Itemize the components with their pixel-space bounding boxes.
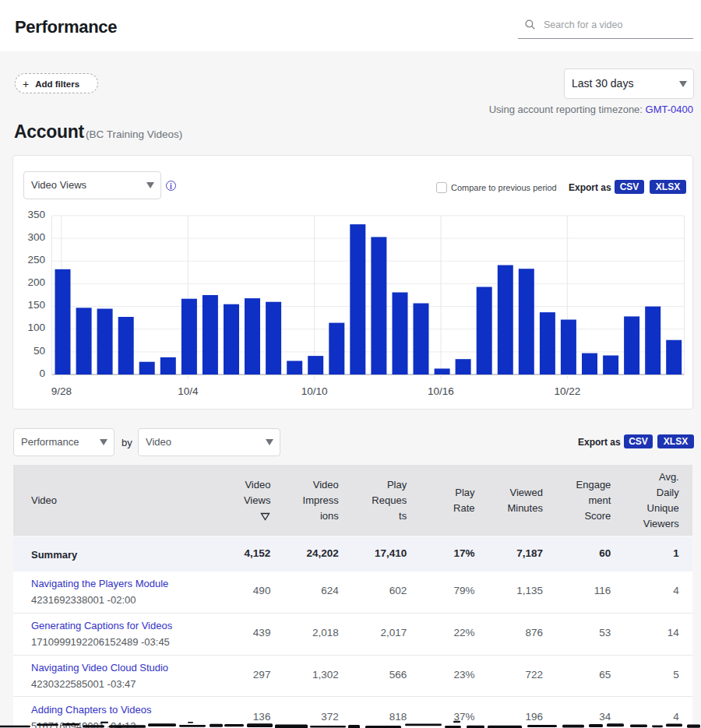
svg-text:150: 150 [27,299,45,311]
svg-text:50: 50 [33,345,45,357]
svg-text:10/22: 10/22 [554,385,580,397]
svg-text:9/28: 9/28 [51,385,72,397]
svg-text:100: 100 [27,322,45,333]
svg-text:350: 350 [27,209,45,220]
svg-text:250: 250 [27,254,45,266]
svg-text:0: 0 [39,368,45,379]
svg-text:200: 200 [27,276,45,288]
svg-text:10/10: 10/10 [301,385,328,397]
svg-text:10/4: 10/4 [178,385,199,397]
svg-text:10/16: 10/16 [428,385,454,397]
svg-text:300: 300 [27,231,45,243]
